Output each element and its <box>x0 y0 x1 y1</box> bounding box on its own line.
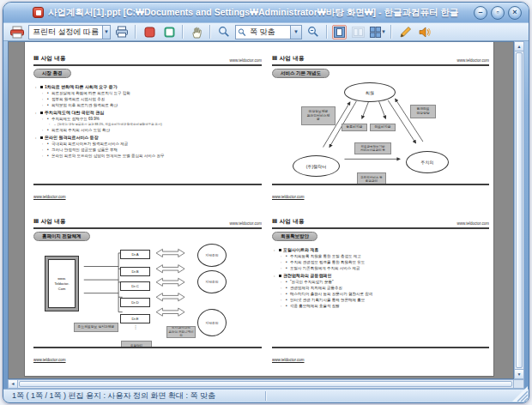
close-button[interactable]: × <box>508 6 522 20</box>
bullet-item: :주치의등록 지원을 통한 포털 충성도 제고 <box>281 254 489 258</box>
residents-node: 지역주민 <box>197 244 227 267</box>
printer-icon <box>9 26 25 39</box>
bullet-item: :그러나 안정적인 성공모델 상품은 부재 <box>42 148 262 152</box>
green-swatch-icon <box>164 27 175 38</box>
printer-select-dropdown[interactable]: ▼ <box>102 26 110 39</box>
communication-note: 의사-환자간의 온라인 커뮤니케이션 <box>166 326 196 338</box>
bullet-item: :인터넷 관련 기획기사를 통해 언론매체 홍보 <box>281 298 489 302</box>
horizontal-scrollbar[interactable]: ◄ <box>8 379 514 389</box>
sound-button[interactable] <box>416 24 433 40</box>
red-swatch-icon <box>144 27 155 38</box>
print-setup-button[interactable] <box>113 24 130 40</box>
section-badge: 시장 환경 <box>33 69 71 78</box>
edit-document-button[interactable] <box>396 24 414 40</box>
bullet-item: :포털사이트와 제휴 <box>274 247 489 252</box>
toolbar-separator <box>135 25 136 39</box>
doctor-box: Dr.E <box>120 314 150 323</box>
bullet-item: :국내외의 의료사이트가 원격의료서비스 제공 <box>42 142 262 146</box>
treatment-fee-label: 진료비지급 <box>370 124 396 131</box>
multi-page-view-button[interactable]: ▾ <box>369 24 386 40</box>
homepage-diagram: www. Teldoctor. Com Dr.A Dr.B Dr.C Dr.D … <box>33 243 262 347</box>
member-node: 회원 <box>344 82 396 102</box>
print-button[interactable] <box>9 24 26 40</box>
minimize-button[interactable]: – <box>474 6 487 20</box>
slide-homepage-system: Ⅲ 사업 내용 www.teldoctor.com 홈페이지 전달체계 <box>33 217 262 365</box>
slide-header-url: www.teldoctor.com <box>229 221 262 226</box>
slide-header-url: www.teldoctor.com <box>456 221 489 226</box>
slide-header-url: www.teldoctor.com <box>229 58 262 63</box>
magnifier-plus-icon <box>307 26 319 38</box>
doctor-box: Dr.C <box>120 281 150 291</box>
speaker-icon <box>419 27 432 38</box>
bullet-item: :매스미디어 출판사 등의 전문사가 협찬사로 참여 <box>281 292 489 296</box>
printer-select[interactable]: 프린터 설정에 따름 ▼ <box>28 25 111 39</box>
vertical-scrollbar[interactable]: ▲ ▼ <box>514 41 524 379</box>
single-page-view-button[interactable] <box>332 25 347 39</box>
section-badge: 홈페이지 전달체계 <box>33 232 90 241</box>
bullet-list: :1차의료 변화에 따른 사회적 요구 증가 :의료전달체계 확립에 따른 의료… <box>33 80 262 184</box>
slide-header-url: www.teldoctor.com <box>456 58 489 63</box>
facing-pages-view-button[interactable] <box>349 24 366 40</box>
facing-pages-icon <box>352 27 365 38</box>
app-window: 사업계획서[1].ppt [C:₩Documents and Settings₩… <box>3 2 529 403</box>
slide-title: Ⅲ 사업 내용 <box>33 218 66 226</box>
bullet-item: :의료계의 주치의 서비스 도입 확산 <box>42 128 262 132</box>
service-mgmt-box: 의료관련정보기반 서비스이용관리 등 <box>354 142 391 154</box>
registration-fee-label: 등록비지급 <box>342 124 367 131</box>
title-bar[interactable]: 사업계획서[1].ppt [C:₩Documents and Settings₩… <box>3 3 529 22</box>
preview-canvas: Ⅲ 사업 내용 www.teldoctor.com 시장 환경 :1차의료 변화… <box>8 41 514 379</box>
zoom-tool-button[interactable] <box>215 24 233 40</box>
zoom-select[interactable]: 쪽 맞춤 ▼ <box>235 25 302 39</box>
zoom-in-button[interactable] <box>305 24 322 40</box>
multi-page-caret-icon[interactable]: ▾ <box>382 28 385 35</box>
telemedicine-box: 원격진료 건강상담 <box>410 105 436 118</box>
magnifier-icon <box>218 26 230 38</box>
bullet-item: :주치의 관련정보 링크를 통한 회원확보 유도 <box>281 260 489 264</box>
color-mode-button[interactable] <box>141 24 158 40</box>
restore-button[interactable]: ▫ <box>491 6 505 20</box>
grayscale-mode-button[interactable] <box>160 24 178 40</box>
zoom-select-dropdown[interactable]: ▼ <box>290 26 301 39</box>
app-icon <box>33 7 44 18</box>
slide-footer-url: www.teldoctor.com <box>33 358 66 362</box>
print-setup-icon <box>115 26 129 38</box>
bullet-item: :주치의제도 잠재수요 69.9% <box>42 117 262 121</box>
status-text: 1쪽 ( 1쪽 / 1쪽 ) 편집 용지 : 사용자 정의 화면 확대 : 쪽 … <box>12 390 215 402</box>
slide-market-environment: Ⅲ 사업 내용 www.teldoctor.com 시장 환경 :1차의료 변화… <box>33 54 262 202</box>
scroll-up-icon[interactable]: ▲ <box>515 42 523 51</box>
preview-page: Ⅲ 사업 내용 www.teldoctor.com 시장 환경 :1차의료 변화… <box>24 42 494 377</box>
resize-grip[interactable] <box>512 386 528 402</box>
bullet-item: :1차의료 변화에 따른 사회적 요구 증가 <box>35 84 262 89</box>
hand-tool-button[interactable] <box>188 24 205 40</box>
doctor-node: 주치의 <box>406 151 449 173</box>
doctor-box: Dr.B <box>120 267 150 276</box>
website-node: www. Teldoctor. Com <box>45 257 78 311</box>
slide-footer-url: www.teldoctor.com <box>272 358 305 362</box>
bullet-item: :온라인 의료와 오프라인 상담이 연계되는 모델 중심의 서비스 전무 <box>42 154 262 158</box>
toolbar-separator <box>326 25 328 39</box>
window-title: 사업계획서[1].ppt [C:₩Documents and Settings₩… <box>48 7 474 19</box>
bullet-item: :각종 홍보매체의 효율적 집행 <box>281 304 489 308</box>
single-page-icon <box>334 27 345 38</box>
toolbar-separator <box>390 25 392 39</box>
section-badge: 회원확보방안 <box>272 232 317 241</box>
bullet-item: :관련업체와 지자체의 공동추진 <box>281 286 489 290</box>
local-doctor-note: 로컬닥터 주치의 홈페이지 <box>121 341 152 347</box>
bullet-item: :(전국민 대상 설문조사 결과 88.1%, 의료소비자연대·한국소비생활연구… <box>49 122 262 126</box>
zoom-select-value: 쪽 맞춤 <box>246 27 290 38</box>
scroll-down-icon[interactable]: ▼ <box>515 369 523 378</box>
scroll-left-icon[interactable]: ◄ <box>9 380 18 388</box>
slide-title: Ⅲ 사업 내용 <box>33 55 66 63</box>
vertical-scroll-thumb[interactable] <box>516 52 523 368</box>
toolbar-separator <box>209 25 211 39</box>
bullet-item: :의료전달체계 확립에 따른 의료지식 요구 강화 <box>42 91 262 95</box>
bullet-item: :"전국민 주치의갖기 운동" <box>281 280 489 284</box>
teldoctor-node: (주)텔닥터 <box>293 155 340 177</box>
slide-title: Ⅲ 사업 내용 <box>272 218 305 226</box>
slide-service-concept: Ⅲ 사업 내용 www.teldoctor.com 서비스 기본 개념도 <box>272 54 489 202</box>
horizontal-scroll-thumb[interactable] <box>19 381 512 387</box>
toolbar-separator <box>182 25 184 39</box>
slide-footer-url: www.teldoctor.com <box>272 195 305 199</box>
doctor-box: Dr.A <box>120 250 150 259</box>
magnifier-small-icon <box>238 27 246 37</box>
